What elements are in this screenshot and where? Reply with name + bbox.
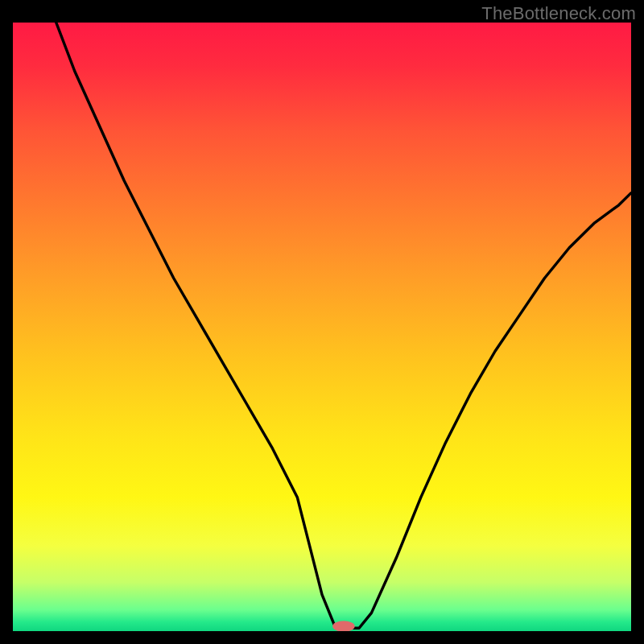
plot-area bbox=[13, 23, 631, 631]
bottleneck-chart bbox=[13, 23, 631, 631]
gradient-background bbox=[13, 23, 631, 631]
chart-frame: TheBottleneck.com bbox=[0, 0, 644, 644]
watermark-text: TheBottleneck.com bbox=[481, 3, 636, 24]
